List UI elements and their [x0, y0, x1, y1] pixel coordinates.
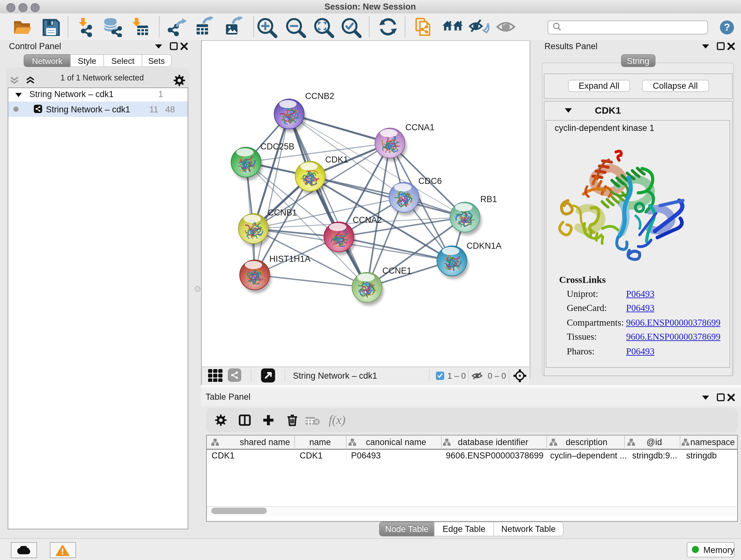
svg-text:CCNA1: CCNA1 — [405, 122, 434, 132]
svg-text:HIST1H1A: HIST1H1A — [269, 254, 310, 263]
svg-text:CCNE1: CCNE1 — [382, 266, 411, 275]
svg-text:CCNB2: CCNB2 — [305, 91, 334, 101]
svg-text:CDC6: CDC6 — [418, 176, 442, 186]
svg-text:CDKN1A: CDKN1A — [466, 241, 501, 250]
svg-text:RB1: RB1 — [480, 194, 497, 204]
svg-text:CDK1: CDK1 — [325, 154, 348, 164]
svg-text:CDC25B: CDC25B — [260, 141, 294, 151]
svg-text:CCNB1: CCNB1 — [267, 207, 297, 217]
svg-text:CCNA2: CCNA2 — [352, 215, 382, 225]
